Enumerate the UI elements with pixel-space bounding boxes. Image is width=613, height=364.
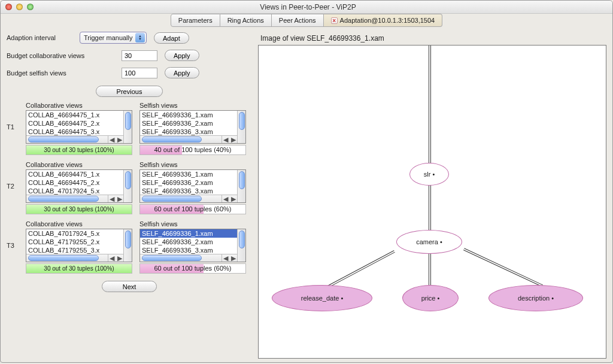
list-item[interactable]: COLLAB_46694475_2.x <box>26 119 132 128</box>
right-panel: Image of view SELF_46699336_1.xam slr • … <box>258 32 606 359</box>
t1-label: T1 <box>7 102 19 131</box>
t3-self-col: Selfish views SELF_46699336_1.xam SELF_4… <box>139 220 246 274</box>
next-button[interactable]: Next <box>102 281 157 292</box>
status-text: 40 out of 100 tuples (40%) <box>140 145 245 154</box>
scroll-arrows[interactable]: ◀▶ <box>108 195 123 202</box>
scroll-arrows[interactable]: ◀▶ <box>108 254 123 262</box>
list-item[interactable]: SELF_46699336_1.xam <box>140 170 245 178</box>
scroll-arrows[interactable]: ◀▶ <box>221 254 237 262</box>
vertical-scrollbar[interactable] <box>123 229 132 262</box>
adaption-interval-select[interactable]: Trigger manually ▲▼ <box>80 32 147 44</box>
node-label: camera • <box>416 238 442 245</box>
node-description: description • <box>488 285 583 311</box>
list-item[interactable]: SELF_46699336_2.xam <box>140 238 245 246</box>
budget-collab-label: Budget collaborative views <box>7 52 114 59</box>
node-label: release_date • <box>301 295 344 302</box>
t2-collab-status: 30 out of 30 tuples (100%) <box>26 204 132 214</box>
t3-label: T3 <box>7 220 19 249</box>
adaption-label: Adaption interval <box>7 34 72 41</box>
tab-adaptation[interactable]: × Adaptation@10.0.1.3:1503,1504 <box>324 14 443 27</box>
budget-self-apply-button[interactable]: Apply <box>165 67 199 78</box>
tab-bar: Parameters Ring Actions Peer Actions × A… <box>1 14 612 27</box>
list-item[interactable]: COLLAB_46694475_3.x <box>26 128 132 136</box>
t2-collab-list[interactable]: COLLAB_46694475_1.x COLLAB_46694475_2.x … <box>26 169 132 203</box>
t1-self-list[interactable]: SELF_46699336_1.xam SELF_46699336_2.xam … <box>139 110 246 144</box>
collab-header: Collaborative views <box>26 220 132 228</box>
chevron-updown-icon: ▲▼ <box>135 33 145 43</box>
left-panel: Adaption interval Trigger manually ▲▼ Ad… <box>7 32 252 359</box>
tab-parameters[interactable]: Parameters <box>171 14 220 27</box>
list-item[interactable]: COLLAB_47179255_3.x <box>26 246 132 254</box>
select-value: Trigger manually <box>84 34 133 41</box>
vertical-scrollbar[interactable] <box>237 170 245 202</box>
t3-group: T3 Collaborative views COLLAB_47017924_5… <box>7 220 252 274</box>
list-item[interactable]: SELF_46699336_3.xam <box>140 187 245 195</box>
list-item[interactable]: COLLAB_46694475_1.x <box>26 111 132 119</box>
tab-ring-actions[interactable]: Ring Actions <box>220 14 272 27</box>
self-header: Selfish views <box>139 220 246 228</box>
t1-collab-status: 30 out of 30 tuples (100%) <box>26 145 132 155</box>
adapt-button[interactable]: Adapt <box>154 32 189 44</box>
t2-label: T2 <box>7 161 19 190</box>
scroll-arrows[interactable]: ◀▶ <box>108 135 123 143</box>
diagram-title: Image of view SELF_46699336_1.xam <box>260 34 606 43</box>
tab-label: Peer Actions <box>279 17 316 24</box>
next-row: Next <box>7 281 252 292</box>
self-header: Selfish views <box>139 161 246 168</box>
node-camera: camera • <box>396 230 462 254</box>
list-item[interactable]: SELF_46699336_3.xam <box>140 128 245 136</box>
traffic-lights <box>5 4 34 10</box>
vertical-scrollbar[interactable] <box>123 170 132 202</box>
self-header: Selfish views <box>139 102 246 109</box>
vertical-scrollbar[interactable] <box>123 111 132 143</box>
list-item[interactable]: SELF_46699336_3.xam <box>140 246 245 254</box>
close-icon[interactable]: × <box>331 17 338 24</box>
list-item[interactable]: COLLAB_47017924_5.x <box>26 187 132 195</box>
list-item[interactable]: SELF_46699336_2.xam <box>140 119 245 128</box>
t1-self-col: Selfish views SELF_46699336_1.xam SELF_4… <box>139 102 246 155</box>
budget-collab-apply-button[interactable]: Apply <box>165 50 199 61</box>
node-label: description • <box>518 295 554 302</box>
node-slr: slr • <box>409 163 449 186</box>
list-item[interactable]: COLLAB_46694475_2.x <box>26 178 132 187</box>
scroll-arrows[interactable]: ◀▶ <box>221 135 237 143</box>
status-text: 60 out of 100 tuples (60%) <box>140 205 245 214</box>
zoom-window-button[interactable] <box>27 4 34 10</box>
view-diagram: slr • camera • release_date • price • de… <box>258 45 606 359</box>
t2-self-status: 60 out of 100 tuples (60%) <box>139 204 246 214</box>
edge <box>429 46 431 164</box>
list-item[interactable]: SELF_46699336_1.xam <box>140 111 245 119</box>
window-title: Views in Peer-to-Peer - ViP2P <box>34 3 582 11</box>
list-item[interactable]: SELF_46699336_1.xam <box>140 229 245 238</box>
node-price: price • <box>402 285 459 311</box>
t1-collab-col: Collaborative views COLLAB_46694475_1.x … <box>26 102 132 155</box>
edge <box>463 248 543 287</box>
vertical-scrollbar[interactable] <box>237 111 245 143</box>
t3-self-list[interactable]: SELF_46699336_1.xam SELF_46699336_2.xam … <box>139 229 246 262</box>
close-window-button[interactable] <box>5 4 12 10</box>
vertical-scrollbar[interactable] <box>237 229 245 262</box>
node-release-date: release_date • <box>272 285 372 311</box>
budget-collab-input[interactable] <box>122 50 157 61</box>
t3-collab-list[interactable]: COLLAB_47017924_5.x COLLAB_47179255_2.x … <box>26 229 132 262</box>
t3-self-status: 60 out of 100 tuples (60%) <box>139 263 246 274</box>
adaption-row: Adaption interval Trigger manually ▲▼ Ad… <box>7 32 252 44</box>
minimize-window-button[interactable] <box>16 4 23 10</box>
tab-label: Parameters <box>178 17 213 24</box>
t1-collab-list[interactable]: COLLAB_46694475_1.x COLLAB_46694475_2.x … <box>26 110 132 144</box>
node-label: price • <box>421 295 440 302</box>
collab-header: Collaborative views <box>26 161 132 168</box>
previous-button[interactable]: Previous <box>96 86 163 97</box>
list-item[interactable]: COLLAB_47179255_2.x <box>26 238 132 246</box>
node-label: slr • <box>424 171 435 178</box>
tab-label: Adaptation@10.0.1.3:1503,1504 <box>340 17 435 24</box>
list-item[interactable]: SELF_46699336_2.xam <box>140 178 245 187</box>
scroll-arrows[interactable]: ◀▶ <box>221 195 237 202</box>
list-item[interactable]: COLLAB_46694475_1.x <box>26 170 132 178</box>
budget-collab-row: Budget collaborative views Apply <box>7 50 252 61</box>
t2-self-list[interactable]: SELF_46699336_1.xam SELF_46699336_2.xam … <box>139 169 246 203</box>
tab-peer-actions[interactable]: Peer Actions <box>272 14 324 27</box>
list-item[interactable]: COLLAB_47017924_5.x <box>26 229 132 238</box>
budget-self-input[interactable] <box>122 68 157 78</box>
t1-group: T1 Collaborative views COLLAB_46694475_1… <box>7 102 252 155</box>
